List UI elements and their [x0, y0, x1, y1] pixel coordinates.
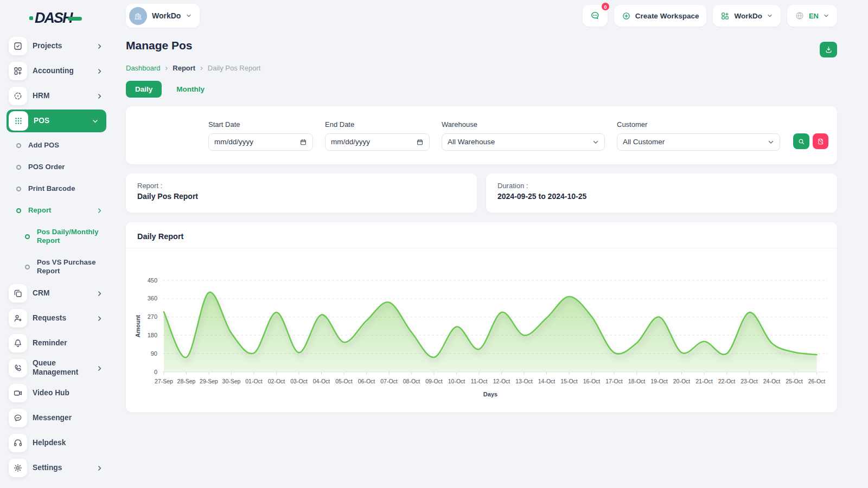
calendar-icon[interactable] — [416, 138, 424, 146]
sidebar-item-video-hub[interactable]: Video Hub — [0, 382, 115, 404]
sidebar-item-label: Helpdesk — [33, 439, 103, 448]
globe-icon — [795, 11, 805, 21]
svg-text:26-Oct: 26-Oct — [808, 378, 826, 384]
sidebar-item-print-barcode[interactable]: Print Barcode — [0, 178, 115, 200]
svg-text:13-Oct: 13-Oct — [515, 378, 533, 384]
messages-button[interactable]: 0 — [583, 5, 608, 27]
svg-text:09-Oct: 09-Oct — [425, 378, 443, 384]
sidebar-item-label: Messenger — [33, 414, 103, 423]
language-selector[interactable]: EN — [787, 5, 837, 27]
customer-selected-value: All Customer — [623, 138, 665, 146]
sidebar-item-add-pos[interactable]: Add POS — [0, 134, 115, 156]
workdo-menu-button[interactable]: WorkDo — [713, 5, 781, 27]
end-date-label: End Date — [325, 120, 430, 129]
sidebar-item-reminder[interactable]: Reminder — [0, 332, 115, 355]
file-slash-icon — [817, 138, 825, 145]
chevron-down-icon — [186, 12, 192, 19]
requests-icon — [9, 309, 27, 328]
svg-text:270: 270 — [148, 313, 157, 320]
calendar-icon[interactable] — [299, 138, 307, 146]
sidebar-item-pos-daily-monthly-report[interactable]: Pos Daily/Monthly Report — [0, 221, 115, 252]
svg-text:21-Oct: 21-Oct — [695, 378, 713, 384]
sidebar-item-crm[interactable]: CRM — [0, 282, 115, 305]
sidebar-item-pos-order[interactable]: POS Order — [0, 156, 115, 178]
svg-text:30-Sep: 30-Sep — [222, 378, 241, 384]
sidebar-item-label: Pos VS Purchase Report — [37, 258, 103, 275]
svg-text:12-Oct: 12-Oct — [493, 378, 510, 384]
bullet-icon — [16, 187, 21, 191]
svg-text:28-Sep: 28-Sep — [177, 378, 196, 384]
sidebar-item-label: Accounting — [33, 67, 96, 76]
bullet-icon — [16, 143, 21, 148]
sidebar-item-settings[interactable]: Settings — [0, 457, 115, 479]
duration-value: 2024-09-25 to 2024-10-25 — [497, 192, 826, 201]
sidebar-item-projects[interactable]: Projects — [0, 35, 115, 57]
customer-select[interactable]: All Customer — [617, 133, 780, 151]
create-workspace-button[interactable]: Create Workspace — [614, 5, 707, 27]
chevron-down-icon — [592, 139, 599, 145]
workdo-menu-label: WorkDo — [734, 12, 762, 20]
sidebar: DASH ProjectsAccountingHRMPOSAdd POSPOS … — [0, 0, 115, 488]
sidebar-item-label: POS Order — [28, 163, 103, 171]
page-content: Manage Pos Dashboard Report Daily Pos Re… — [115, 31, 868, 412]
export-button[interactable] — [820, 42, 837, 57]
search-icon — [797, 138, 805, 145]
sidebar-item-messenger[interactable]: Messenger — [0, 407, 115, 429]
language-code: EN — [809, 12, 819, 20]
tab-monthly[interactable]: Monthly — [167, 81, 214, 98]
sidebar-item-report[interactable]: Report — [0, 200, 115, 221]
svg-text:17-Oct: 17-Oct — [605, 378, 623, 384]
sidebar-item-helpdesk[interactable]: Helpdesk — [0, 432, 115, 454]
sidebar-item-label: Reminder — [33, 339, 103, 348]
breadcrumb-separator — [200, 63, 203, 72]
svg-text:01-Oct: 01-Oct — [245, 378, 263, 384]
start-date-input[interactable] — [214, 138, 279, 146]
svg-text:180: 180 — [148, 332, 157, 338]
report-label: Report : — [137, 182, 465, 190]
pos-icon — [9, 111, 28, 131]
chat-icon — [590, 10, 601, 21]
daily-report-chart: 09018027036045027-Sep28-Sep29-Sep30-Sep0… — [126, 248, 837, 412]
warehouse-select[interactable]: All Warehouse — [442, 133, 605, 151]
sidebar-item-pos-vs-purchase-report[interactable]: Pos VS Purchase Report — [0, 252, 115, 282]
messages-badge: 0 — [601, 2, 610, 11]
tab-daily[interactable]: Daily — [126, 81, 162, 98]
sidebar-item-accounting[interactable]: Accounting — [0, 60, 115, 82]
svg-text:10-Oct: 10-Oct — [448, 378, 465, 384]
apply-filter-button[interactable] — [793, 133, 809, 149]
sidebar-item-label: Video Hub — [33, 389, 103, 398]
end-date-input[interactable] — [331, 138, 396, 146]
chevron-down-icon — [823, 12, 829, 19]
svg-text:25-Oct: 25-Oct — [786, 378, 803, 384]
reminder-icon — [9, 334, 27, 352]
crm-icon — [9, 284, 27, 303]
plus-circle-icon — [622, 11, 631, 21]
area-chart-svg: 09018027036045027-Sep28-Sep29-Sep30-Sep0… — [126, 248, 837, 412]
end-date-field — [325, 133, 430, 151]
chevron-down-icon — [768, 139, 774, 145]
svg-text:07-Oct: 07-Oct — [380, 378, 398, 384]
svg-text:Days: Days — [483, 391, 497, 397]
sidebar-item-label: Requests — [33, 314, 96, 323]
sidebar-item-label: HRM — [33, 92, 96, 101]
breadcrumb-report[interactable]: Report — [173, 64, 195, 72]
sidebar-item-requests[interactable]: Requests — [0, 307, 115, 330]
workspace-selector[interactable]: WorkDo — [126, 4, 200, 28]
reset-filter-button[interactable] — [813, 133, 828, 149]
grid-plus-icon — [720, 11, 730, 21]
svg-text:15-Oct: 15-Oct — [560, 378, 578, 384]
hrm-icon — [9, 87, 27, 105]
customer-label: Customer — [617, 120, 780, 129]
sidebar-item-pos[interactable]: POS — [7, 110, 106, 132]
svg-text:29-Sep: 29-Sep — [200, 378, 218, 384]
breadcrumb-dashboard[interactable]: Dashboard — [126, 64, 161, 72]
sidebar-item-label: Print Barcode — [28, 184, 103, 193]
sidebar-item-hrm[interactable]: HRM — [0, 85, 115, 107]
sidebar-item-queue-management[interactable]: Queue Management — [0, 357, 115, 380]
building-icon — [133, 11, 143, 21]
app-logo[interactable]: DASH — [0, 9, 115, 27]
report-summary-card: Report : Daily Pos Report — [126, 174, 477, 213]
messenger-icon — [9, 409, 27, 427]
page-title: Manage Pos — [126, 39, 260, 52]
warehouse-label: Warehouse — [442, 120, 605, 129]
